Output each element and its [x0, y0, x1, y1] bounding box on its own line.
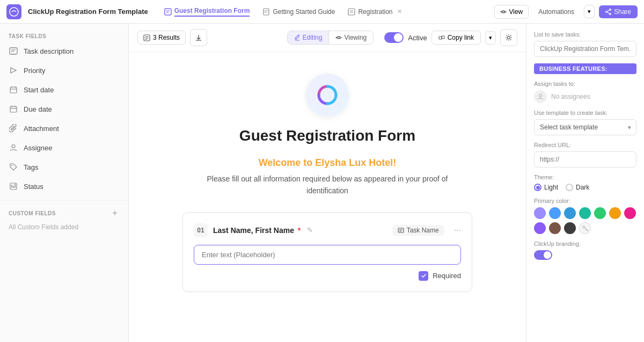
share-button[interactable]: Share: [599, 5, 638, 18]
svg-rect-1: [165, 9, 171, 15]
theme-light-option[interactable]: Light: [534, 184, 558, 191]
template-select-wrap: Select task template: [534, 119, 636, 135]
color-orange[interactable]: [609, 207, 621, 219]
active-toggle[interactable]: [384, 32, 404, 43]
right-panel: List to save tasks: BUSINESS FEATURES: A…: [526, 24, 644, 342]
svg-point-27: [12, 145, 15, 148]
custom-fields-header: CUSTOM FIELDS +: [0, 205, 128, 221]
required-checkbox[interactable]: [419, 271, 428, 281]
svg-point-42: [508, 37, 510, 39]
color-picker-button[interactable]: [579, 222, 591, 234]
view-button[interactable]: View: [494, 5, 529, 19]
chevron-down-icon: ▾: [588, 8, 591, 14]
color-purple-dark[interactable]: [534, 222, 546, 234]
form-welcome: Welcome to Elysha Lux Hotel!: [259, 157, 397, 169]
sidebar-item-status[interactable]: Status: [0, 177, 128, 196]
main-layout: TASK FIELDS Task description Priority St…: [0, 24, 644, 342]
field-more-button[interactable]: ···: [454, 225, 461, 235]
settings-button[interactable]: [500, 29, 517, 46]
color-teal[interactable]: [579, 207, 591, 219]
copy-link-more-button[interactable]: ▾: [485, 31, 496, 45]
automations-button[interactable]: Automations: [533, 5, 580, 18]
tab-close-icon[interactable]: ✕: [397, 8, 402, 15]
due-date-calendar-icon: [9, 104, 18, 114]
tab-registration-label: Registration: [358, 8, 392, 16]
sidebar-item-tags[interactable]: Tags: [0, 157, 128, 177]
theme-options: Light Dark: [534, 184, 636, 191]
sidebar-item-priority[interactable]: Priority: [0, 61, 128, 80]
color-blue-light[interactable]: [549, 207, 561, 219]
color-purple[interactable]: [534, 207, 546, 219]
assign-label: Assign tasks to:: [534, 81, 636, 87]
start-date-calendar-icon: [9, 85, 18, 94]
svg-point-0: [10, 8, 18, 16]
sidebar-item-priority-label: Priority: [24, 67, 45, 75]
download-button[interactable]: [190, 29, 207, 46]
color-green[interactable]: [594, 207, 606, 219]
field-label-text: Last Name, First Name: [213, 226, 294, 235]
attachment-icon: [9, 123, 18, 133]
svg-rect-43: [398, 228, 404, 232]
sidebar-item-start-date[interactable]: Start date: [0, 80, 128, 99]
tab-getting-started[interactable]: Getting Started Guide: [257, 5, 340, 19]
app-logo: [6, 4, 21, 19]
sidebar-item-assignee[interactable]: Assignee: [0, 138, 128, 157]
form-title: Guest Registration Form: [239, 127, 415, 144]
field-input[interactable]: [194, 245, 461, 265]
tag-icon: [9, 162, 18, 172]
branding-toggle[interactable]: [534, 250, 552, 260]
redirect-input[interactable]: [534, 151, 636, 168]
sidebar-item-status-label: Status: [24, 183, 43, 191]
svg-point-12: [609, 13, 611, 14]
sidebar-item-assignee-label: Assignee: [24, 144, 52, 152]
custom-fields-label: CUSTOM FIELDS: [9, 210, 56, 216]
viewing-button[interactable]: Viewing: [328, 31, 373, 44]
add-custom-field-button[interactable]: +: [110, 208, 120, 218]
svg-rect-40: [439, 37, 442, 39]
theme-dark-label: Dark: [576, 184, 589, 191]
status-icon: [9, 181, 18, 191]
left-sidebar: TASK FIELDS Task description Priority St…: [0, 24, 129, 342]
tab-registration[interactable]: Registration ✕: [342, 5, 407, 19]
radio-dark-circle: [566, 184, 573, 191]
field-label: Last Name, First Name *: [213, 226, 301, 235]
tab-form-icon: [164, 8, 172, 16]
template-select[interactable]: Select task template: [534, 119, 636, 135]
required-asterisk: *: [298, 226, 301, 235]
color-blue[interactable]: [564, 207, 576, 219]
sidebar-item-attachment-label: Attachment: [24, 125, 59, 133]
field-edit-icon[interactable]: ✎: [307, 226, 313, 234]
priority-icon: [9, 66, 18, 75]
svg-rect-16: [10, 48, 17, 54]
primary-color-label: Primary color:: [534, 198, 636, 204]
list-input[interactable]: [534, 41, 636, 57]
tab-guest-registration[interactable]: Guest Registration Form: [159, 4, 255, 20]
sidebar-item-due-date[interactable]: Due date: [0, 99, 128, 119]
tab-getting-started-label: Getting Started Guide: [273, 8, 335, 16]
copy-link-button[interactable]: Copy link: [431, 31, 481, 45]
results-button[interactable]: 3 Results: [137, 31, 186, 45]
results-count-label: 3 Results: [153, 34, 180, 41]
svg-rect-41: [442, 36, 444, 39]
sidebar-item-due-date-label: Due date: [24, 105, 52, 113]
branding-toggle-knob: [544, 251, 551, 259]
sidebar-item-task-description[interactable]: Task description: [0, 41, 128, 61]
svg-line-15: [607, 12, 609, 13]
color-pink[interactable]: [624, 207, 636, 219]
color-brown[interactable]: [549, 222, 561, 234]
no-assignees-text: No assignees: [551, 93, 590, 100]
active-toggle-area: Active: [384, 32, 427, 43]
sidebar-item-attachment[interactable]: Attachment: [0, 119, 128, 138]
theme-light-label: Light: [544, 184, 558, 191]
theme-dark-option[interactable]: Dark: [566, 184, 589, 191]
field-header: 01 Last Name, First Name * ✎ Task Name ·…: [194, 223, 461, 237]
editing-button[interactable]: Editing: [288, 31, 329, 44]
tab-guest-label: Guest Registration Form: [174, 7, 250, 17]
svg-rect-19: [10, 87, 17, 93]
color-dark[interactable]: [564, 222, 576, 234]
more-button[interactable]: ▾: [584, 5, 595, 18]
svg-point-47: [583, 226, 585, 228]
biz-features-bar: BUSINESS FEATURES:: [534, 63, 636, 74]
form-description: Please fill out all information required…: [204, 173, 451, 197]
tab-list-icon: [348, 8, 355, 16]
